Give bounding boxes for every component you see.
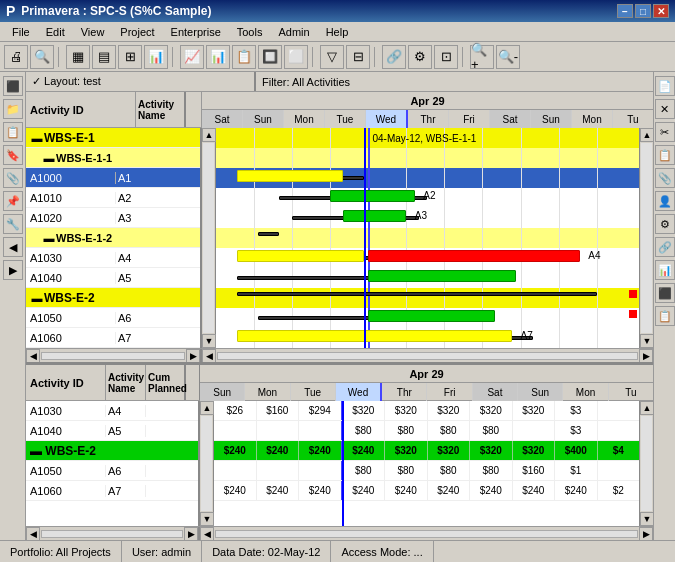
vscroll-up[interactable]: ▲ (202, 128, 216, 142)
day-sun2: Sun (531, 110, 572, 128)
vscroll-up-right[interactable]: ▲ (640, 128, 653, 142)
hscroll-cost-left-track[interactable] (41, 530, 183, 538)
toolbar-bar3[interactable]: 📋 (232, 45, 256, 69)
sidebar-btn-3[interactable]: 📋 (3, 122, 23, 142)
hscroll-cost-left-area: ◀ ▶ (26, 527, 200, 540)
toolbar-chart[interactable]: 📊 (144, 45, 168, 69)
hscroll-cost-left-btn[interactable]: ◀ (26, 527, 40, 540)
menu-enterprise[interactable]: Enterprise (163, 24, 229, 40)
right-sidebar-btn-1[interactable]: 📄 (655, 76, 675, 96)
hscroll-right-btn[interactable]: ▶ (186, 349, 200, 363)
sidebar-btn-7[interactable]: 🔧 (3, 214, 23, 234)
cost-cell: $320 (428, 401, 471, 420)
menu-edit[interactable]: Edit (38, 24, 73, 40)
vscroll-track[interactable] (203, 143, 214, 333)
vscroll-down[interactable]: ▼ (202, 334, 216, 348)
toolbar-zoom-fit[interactable]: ⊡ (434, 45, 458, 69)
vscroll-track-right[interactable] (641, 143, 652, 333)
vscroll-cost-right[interactable]: ▲ ▼ (639, 401, 653, 526)
vscroll-cost-right-track[interactable] (641, 416, 652, 511)
cost-cell: $80 (428, 461, 471, 480)
right-sidebar-btn-4[interactable]: 📎 (655, 168, 675, 188)
cost-cell: $80 (385, 461, 428, 480)
gantt-body: ▬ WBS-E-1 ▬ WBS-E-1-1 A1000 A1 (26, 128, 653, 348)
toolbar-list[interactable]: ▤ (92, 45, 116, 69)
vscroll-right[interactable]: ▲ ▼ (639, 128, 653, 348)
activity-name: A4 (116, 252, 133, 264)
toolbar-table[interactable]: ▦ (66, 45, 90, 69)
hscroll-cost-chart-left-btn[interactable]: ◀ (200, 527, 214, 540)
hscroll-bottom[interactable]: ◀ ▶ ◀ ▶ (26, 526, 653, 540)
expand-icon[interactable]: ▬ (30, 132, 44, 144)
vscroll-cost-down[interactable]: ▼ (200, 512, 214, 526)
right-sidebar-btn-3[interactable]: 📋 (655, 145, 675, 165)
toolbar-filter[interactable]: ▽ (320, 45, 344, 69)
right-sidebar-btn-9[interactable]: ⬛ (655, 283, 675, 303)
toolbar-bar4[interactable]: 🔲 (258, 45, 282, 69)
toolbar-bar5[interactable]: ⬜ (284, 45, 308, 69)
vscroll-cost-up[interactable]: ▲ (200, 401, 214, 415)
maximize-button[interactable]: □ (635, 4, 651, 18)
hscroll-top[interactable]: ◀ ▶ ◀ ▶ (26, 348, 653, 362)
sidebar-btn-5[interactable]: 📎 (3, 168, 23, 188)
toolbar-bar2[interactable]: 📊 (206, 45, 230, 69)
toolbar-bar1[interactable]: 📈 (180, 45, 204, 69)
sidebar-btn-2[interactable]: 📁 (3, 99, 23, 119)
vscroll-cost-track[interactable] (201, 416, 212, 511)
hscroll-cost-chart-track[interactable] (215, 530, 638, 538)
toolbar-print[interactable]: 🖨 (4, 45, 28, 69)
toolbar-filter2[interactable]: ⊟ (346, 45, 370, 69)
expand-icon[interactable]: ▬ (42, 152, 56, 164)
day-tue1: Tue (325, 110, 366, 128)
toolbar-zoom-out[interactable]: 🔍- (496, 45, 520, 69)
hscroll-left-btn[interactable]: ◀ (26, 349, 40, 363)
toolbar-unlink[interactable]: ⚙ (408, 45, 432, 69)
sidebar-btn-4[interactable]: 🔖 (3, 145, 23, 165)
toolbar-search[interactable]: 🔍 (30, 45, 54, 69)
right-sidebar-btn-6[interactable]: ⚙ (655, 214, 675, 234)
right-sidebar-btn-close[interactable]: ✕ (655, 99, 675, 119)
toolbar-tree[interactable]: ⊞ (118, 45, 142, 69)
hscroll-cost-right-btn[interactable]: ▶ (184, 527, 198, 540)
menu-admin[interactable]: Admin (270, 24, 317, 40)
right-sidebar-btn-10[interactable]: 📋 (655, 306, 675, 326)
sidebar-btn-6[interactable]: 📌 (3, 191, 23, 211)
cost-cell: $1 (555, 461, 598, 480)
expand-icon[interactable]: ▬ (42, 232, 56, 244)
vscroll-down-right[interactable]: ▼ (640, 334, 653, 348)
sidebar-nav-back[interactable]: ◀ (3, 237, 23, 257)
menu-help[interactable]: Help (318, 24, 357, 40)
menu-file[interactable]: File (4, 24, 38, 40)
sidebar-nav-fwd[interactable]: ▶ (3, 260, 23, 280)
vscroll-cost-right-up[interactable]: ▲ (640, 401, 653, 415)
expand-icon[interactable]: ▬ (30, 292, 44, 304)
right-sidebar-btn-7[interactable]: 🔗 (655, 237, 675, 257)
right-sidebar-btn-8[interactable]: 📊 (655, 260, 675, 280)
right-sidebar-btn-scissors[interactable]: ✂ (655, 122, 675, 142)
vscroll-cost-right-down[interactable]: ▼ (640, 512, 653, 526)
cost-cell: $240 (257, 481, 300, 500)
hscroll-chart-left-btn[interactable]: ◀ (202, 349, 216, 363)
table-row: A1000 A1 (26, 168, 200, 188)
toolbar-link[interactable]: 🔗 (382, 45, 406, 69)
cost-cell: $240 (385, 481, 428, 500)
cost-day-fri: Fri (427, 383, 472, 401)
close-button[interactable]: ✕ (653, 4, 669, 18)
activity-name: A3 (116, 212, 133, 224)
right-sidebar-btn-5[interactable]: 👤 (655, 191, 675, 211)
hscroll-left-track[interactable] (41, 352, 185, 360)
toolbar-zoom-in[interactable]: 🔍+ (470, 45, 494, 69)
minimize-button[interactable]: − (617, 4, 633, 18)
cost-day-sun2: Sun (518, 383, 563, 401)
vscroll-cost-left[interactable]: ▲ ▼ (200, 401, 214, 526)
activity-id: A1050 (26, 312, 116, 324)
cost-cell: $320 (513, 401, 556, 420)
vscroll-left[interactable]: ▲ ▼ (202, 128, 216, 348)
hscroll-chart-right-btn[interactable]: ▶ (639, 349, 653, 363)
hscroll-cost-chart-right-btn[interactable]: ▶ (639, 527, 653, 540)
menu-view[interactable]: View (73, 24, 113, 40)
sidebar-btn-1[interactable]: ⬛ (3, 76, 23, 96)
menu-tools[interactable]: Tools (229, 24, 271, 40)
hscroll-chart-track[interactable] (217, 352, 638, 360)
menu-project[interactable]: Project (112, 24, 162, 40)
